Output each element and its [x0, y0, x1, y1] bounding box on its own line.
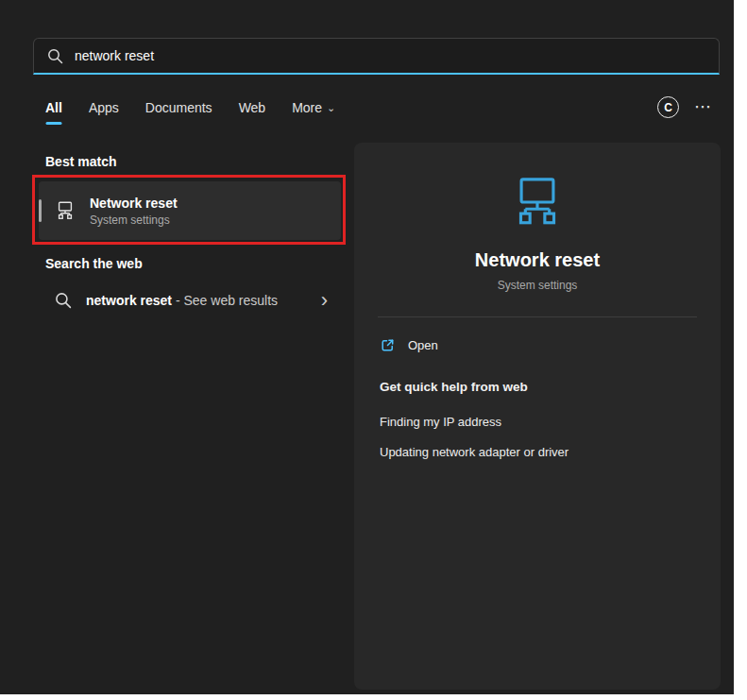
filter-tabs: All Apps Documents Web More ⌄	[45, 100, 335, 115]
tab-documents[interactable]: Documents	[145, 100, 212, 115]
open-icon	[380, 337, 396, 353]
tab-all-label: All	[45, 100, 62, 115]
open-label: Open	[408, 338, 438, 352]
help-link-ip-address[interactable]: Finding my IP address	[380, 415, 501, 429]
result-network-reset[interactable]: Network reset System settings	[39, 181, 341, 240]
chevron-right-icon: ›	[321, 290, 328, 311]
search-input[interactable]	[75, 48, 705, 63]
tab-all[interactable]: All	[45, 100, 62, 115]
web-search-result[interactable]: network reset - See web results ›	[39, 279, 341, 321]
network-monitor-icon	[55, 200, 76, 221]
result-title: Network reset	[90, 196, 178, 211]
tab-more[interactable]: More ⌄	[292, 100, 335, 115]
web-result-text: network reset - See web results	[86, 293, 278, 308]
quick-help-heading: Get quick help from web	[380, 380, 528, 394]
divider	[378, 316, 697, 317]
open-button[interactable]: Open	[380, 337, 438, 353]
tab-web[interactable]: Web	[239, 100, 266, 115]
preview-title: Network reset	[354, 249, 721, 271]
network-reset-icon	[510, 175, 565, 230]
search-flyout: All Apps Documents Web More ⌄ C ⋯ Best m…	[0, 0, 734, 694]
more-options-button[interactable]: ⋯	[694, 97, 712, 116]
tab-documents-label: Documents	[145, 100, 212, 115]
search-the-web-heading: Search the web	[45, 256, 143, 271]
help-link-network-adapter[interactable]: Updating network adapter or driver	[380, 445, 569, 459]
result-subtitle: System settings	[90, 213, 178, 227]
web-result-query: network reset	[86, 293, 172, 308]
search-icon	[47, 48, 63, 64]
best-match-heading: Best match	[45, 154, 116, 169]
preview-subtitle: System settings	[354, 279, 721, 292]
active-tab-underline	[45, 122, 61, 125]
result-text: Network reset System settings	[90, 196, 178, 227]
selection-indicator	[39, 199, 42, 222]
tab-apps-label: Apps	[89, 100, 119, 115]
tab-more-label: More	[292, 100, 322, 115]
web-result-suffix: - See web results	[172, 293, 278, 308]
search-icon-small	[55, 292, 72, 309]
chevron-down-icon: ⌄	[327, 103, 335, 113]
preview-panel: Network reset System settings Open Get q…	[354, 143, 721, 690]
account-avatar[interactable]: C	[657, 96, 679, 118]
tab-web-label: Web	[239, 100, 266, 115]
tab-apps[interactable]: Apps	[89, 100, 119, 115]
search-bar	[33, 38, 720, 75]
